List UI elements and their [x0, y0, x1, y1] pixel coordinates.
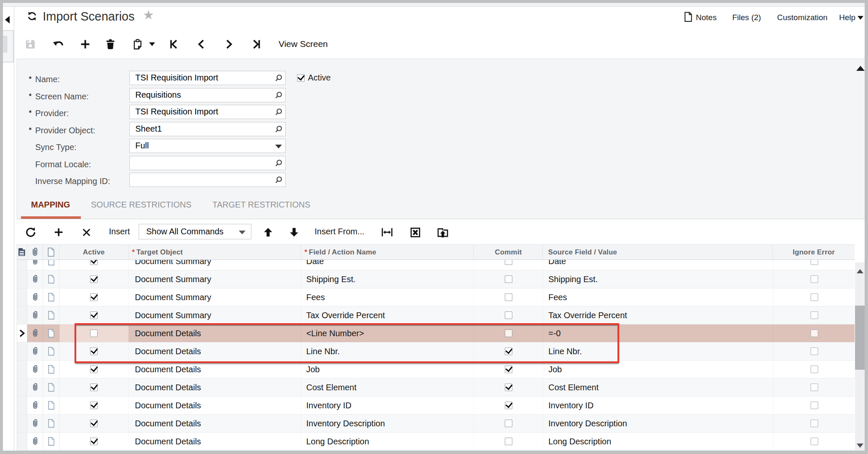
- scrollbar-thumb[interactable]: [855, 306, 865, 370]
- commit-checkbox[interactable]: [505, 311, 512, 319]
- row-file-cell[interactable]: [43, 306, 59, 324]
- cell-field-action-name[interactable]: Tax Override Percent: [301, 306, 474, 324]
- row-attachment-cell[interactable]: [27, 324, 43, 342]
- insert-button[interactable]: Insert: [109, 227, 130, 236]
- grid-header-row-notes[interactable]: [17, 245, 27, 259]
- active-checkbox[interactable]: [90, 384, 98, 391]
- cell-field-action-name[interactable]: Fees: [301, 288, 474, 306]
- cell-target-object[interactable]: Document Details: [129, 324, 301, 342]
- cell-field-action-name[interactable]: Long Description: [301, 433, 474, 450]
- grid-header-source-field-value[interactable]: Source Field / Value: [543, 245, 773, 259]
- cell-active[interactable]: [59, 306, 129, 324]
- cell-target-object[interactable]: Document Details: [129, 397, 301, 414]
- row-attachment-cell[interactable]: [27, 397, 43, 414]
- row-selector-cell[interactable]: [17, 415, 27, 432]
- active-checkbox[interactable]: [90, 260, 98, 265]
- row-attachment-cell[interactable]: [27, 433, 43, 450]
- scroll-down-icon[interactable]: [857, 444, 863, 448]
- cell-active[interactable]: [59, 433, 129, 450]
- cell-active[interactable]: [59, 415, 129, 432]
- row-attachment-cell[interactable]: [27, 306, 43, 324]
- cell-source-field-value[interactable]: Fees: [543, 288, 773, 306]
- active-checkbox[interactable]: [90, 293, 98, 301]
- cell-ignore-error[interactable]: [773, 270, 855, 288]
- commit-checkbox[interactable]: [505, 260, 512, 265]
- cell-commit[interactable]: [474, 306, 543, 324]
- row-attachment-cell[interactable]: [27, 260, 43, 270]
- previous-record-button[interactable]: [195, 38, 207, 50]
- ignore-error-checkbox[interactable]: [811, 438, 818, 445]
- left-panel-handle[interactable]: [3, 30, 14, 62]
- undo-button[interactable]: [52, 38, 64, 50]
- clipboard-button[interactable]: [131, 38, 144, 50]
- commit-checkbox[interactable]: [505, 420, 512, 427]
- form-field-input[interactable]: [129, 156, 286, 170]
- fit-width-button[interactable]: [380, 226, 394, 239]
- grid-row[interactable]: Document Details Long Description Long D…: [17, 433, 855, 451]
- row-selector-cell[interactable]: [17, 433, 27, 450]
- cell-field-action-name[interactable]: Shipping Est.: [301, 270, 474, 288]
- cell-ignore-error[interactable]: [773, 324, 855, 342]
- active-checkbox[interactable]: [297, 74, 305, 82]
- form-field-input[interactable]: [129, 173, 286, 187]
- row-selector-cell[interactable]: [17, 379, 27, 396]
- cell-ignore-error[interactable]: [773, 415, 855, 432]
- grid-row[interactable]: Document Details Inventory Description I…: [17, 415, 855, 433]
- tab-mapping[interactable]: MAPPING: [31, 200, 70, 210]
- row-file-cell[interactable]: [43, 324, 59, 342]
- row-attachment-cell[interactable]: [27, 342, 43, 360]
- lookup-magnifier-icon[interactable]: [274, 91, 284, 101]
- row-selector-cell[interactable]: [17, 342, 27, 360]
- cell-active[interactable]: [59, 379, 129, 396]
- cell-commit[interactable]: [474, 397, 543, 414]
- active-checkbox[interactable]: [90, 348, 98, 355]
- active-checkbox[interactable]: [90, 311, 98, 319]
- cell-source-field-value[interactable]: Long Description: [543, 433, 773, 450]
- cell-target-object[interactable]: Document Details: [129, 415, 301, 432]
- cell-target-object[interactable]: Document Details: [129, 433, 301, 450]
- row-file-cell[interactable]: [43, 397, 59, 414]
- files-link[interactable]: Files (2): [732, 13, 761, 22]
- lookup-magnifier-icon[interactable]: [274, 73, 284, 83]
- row-file-cell[interactable]: [43, 288, 59, 306]
- row-file-cell[interactable]: [43, 361, 59, 378]
- customization-link[interactable]: Customization: [777, 13, 827, 22]
- row-selector-cell[interactable]: [17, 260, 27, 270]
- cell-ignore-error[interactable]: [773, 361, 855, 378]
- active-checkbox[interactable]: [90, 329, 98, 337]
- grid-row[interactable]: Document Details Job Job: [17, 361, 855, 379]
- tab-target-restrictions[interactable]: TARGET RESTRICTIONS: [212, 200, 310, 210]
- commit-checkbox[interactable]: [505, 384, 512, 391]
- cell-commit[interactable]: [474, 415, 543, 432]
- cell-target-object[interactable]: Document Details: [129, 361, 301, 378]
- commit-checkbox[interactable]: [505, 366, 512, 373]
- cell-active[interactable]: [59, 361, 129, 378]
- cell-target-object[interactable]: Document Summary: [129, 270, 301, 288]
- grid-delete-row-button[interactable]: [80, 226, 93, 239]
- ignore-error-checkbox[interactable]: [811, 366, 818, 373]
- cell-field-action-name[interactable]: Line Nbr.: [301, 342, 474, 360]
- scroll-up-icon[interactable]: [857, 269, 863, 273]
- grid-row[interactable]: Document Details <Line Number> =-0: [17, 324, 855, 342]
- cell-target-object[interactable]: Document Details: [129, 342, 301, 360]
- cell-target-object[interactable]: Document Summary: [129, 306, 301, 324]
- grid-header-active[interactable]: Active: [59, 245, 129, 259]
- row-selector-cell[interactable]: [17, 288, 27, 306]
- grid-header-files[interactable]: [43, 245, 59, 259]
- add-button[interactable]: [79, 38, 91, 50]
- commit-checkbox[interactable]: [505, 329, 512, 337]
- row-file-cell[interactable]: [43, 415, 59, 432]
- form-field-input[interactable]: TSI Requisition Import: [129, 105, 286, 119]
- active-checkbox[interactable]: [90, 420, 98, 427]
- grid-header-field-action-name[interactable]: * Field / Action Name: [301, 245, 474, 259]
- notes-link[interactable]: Notes: [696, 13, 717, 22]
- lookup-magnifier-icon[interactable]: [274, 175, 284, 185]
- cell-active[interactable]: [59, 397, 129, 414]
- row-file-cell[interactable]: [43, 379, 59, 396]
- cell-field-action-name[interactable]: Date: [301, 260, 474, 270]
- cell-commit[interactable]: [474, 270, 543, 288]
- active-checkbox[interactable]: [90, 275, 98, 283]
- cell-source-field-value[interactable]: Tax Override Percent: [543, 306, 773, 324]
- row-file-cell[interactable]: [43, 260, 59, 270]
- row-selector-cell[interactable]: [17, 397, 27, 414]
